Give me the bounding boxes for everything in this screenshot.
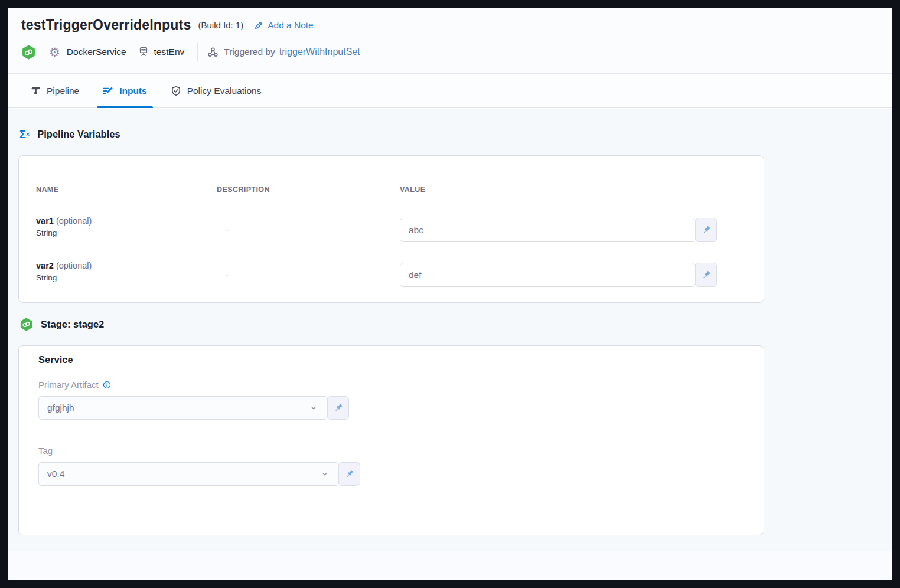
tab-inputs-label: Inputs xyxy=(119,86,147,96)
environment-name: testEnv xyxy=(154,47,185,57)
variable-row-var2: var2 (optional) String xyxy=(36,261,92,282)
tab-policy-evaluations-label: Policy Evaluations xyxy=(187,86,262,96)
pin-icon xyxy=(345,469,354,479)
var1-pin-button[interactable] xyxy=(695,218,717,242)
variable-type: String xyxy=(36,273,92,282)
shield-check-icon xyxy=(171,86,181,96)
trigger-link[interactable]: triggerWithInputSet xyxy=(279,47,360,57)
tag-value: v0.4 xyxy=(47,469,64,479)
footer-strip xyxy=(8,551,892,580)
inputs-tab-content: Σ× Pipeline Variables NAME DESCRIPTION V… xyxy=(8,109,892,551)
chevron-down-icon xyxy=(309,404,318,412)
var1-value-input[interactable] xyxy=(400,218,696,242)
primary-artifact-label: Primary Artifact xyxy=(38,380,111,390)
pipeline-variables-heading: Σ× Pipeline Variables xyxy=(19,129,120,140)
header-divider xyxy=(197,43,198,61)
inputs-icon xyxy=(103,86,113,96)
variable-optional-badge: (optional) xyxy=(56,261,92,270)
trigger-icon xyxy=(207,47,219,58)
pipeline-icon xyxy=(31,86,41,96)
harness-cd-icon xyxy=(21,45,36,60)
app-window: testTriggerOverrideInputs (Build Id: 1) … xyxy=(8,8,892,580)
pin-icon xyxy=(334,403,343,413)
tab-bar: Pipeline Inputs Policy Evaluations xyxy=(8,74,892,108)
add-note-label: Add a Note xyxy=(268,20,314,31)
pin-icon xyxy=(702,270,711,280)
header: testTriggerOverrideInputs (Build Id: 1) … xyxy=(8,8,892,74)
tag-field-group: v0.4 xyxy=(38,462,360,486)
variable-type: String xyxy=(36,228,92,237)
tag-label: Tag xyxy=(38,446,53,456)
tab-policy-evaluations[interactable]: Policy Evaluations xyxy=(168,74,264,107)
environment-icon xyxy=(138,47,149,57)
gear-icon: ⚙ xyxy=(49,46,60,58)
service-name: DockerService xyxy=(67,47,126,57)
primary-artifact-pin-button[interactable] xyxy=(327,396,349,420)
tag-label-text: Tag xyxy=(38,446,53,456)
add-note-button[interactable]: Add a Note xyxy=(254,20,314,31)
chevron-down-icon xyxy=(321,470,329,478)
variables-sigma-icon: Σ× xyxy=(19,129,30,140)
column-header-description: DESCRIPTION xyxy=(217,185,270,194)
variable-description: - xyxy=(226,224,229,234)
service-card: Service Primary Artifact gfgjhjh xyxy=(18,345,764,535)
variable-row-var1: var1 (optional) String xyxy=(36,216,92,237)
build-id: (Build Id: 1) xyxy=(198,20,243,30)
var2-value-input[interactable] xyxy=(400,263,696,287)
page-title: testTriggerOverrideInputs xyxy=(21,17,191,33)
variable-value-group xyxy=(400,263,717,287)
pipeline-variables-title: Pipeline Variables xyxy=(37,129,120,140)
column-header-name: NAME xyxy=(36,185,58,194)
tab-pipeline[interactable]: Pipeline xyxy=(28,74,81,107)
tag-select[interactable]: v0.4 xyxy=(38,462,339,486)
stage-cd-icon xyxy=(19,318,33,331)
variable-optional-badge: (optional) xyxy=(56,216,92,226)
header-title-row: testTriggerOverrideInputs (Build Id: 1) … xyxy=(21,17,314,33)
stage-heading: Stage: stage2 xyxy=(19,318,104,331)
header-meta-row: ⚙ DockerService testEnv Triggered by tri… xyxy=(21,43,360,61)
tab-inputs[interactable]: Inputs xyxy=(100,74,149,107)
variable-name: var1 xyxy=(36,216,54,226)
tab-pipeline-label: Pipeline xyxy=(47,86,79,96)
primary-artifact-field-group: gfgjhjh xyxy=(38,396,349,420)
info-icon[interactable] xyxy=(103,381,111,389)
tag-pin-button[interactable] xyxy=(338,462,360,486)
pencil-icon xyxy=(254,21,263,30)
variable-value-group xyxy=(400,218,717,242)
stage-title: Stage: stage2 xyxy=(41,319,104,330)
service-section-title: Service xyxy=(38,354,73,365)
primary-artifact-value: gfgjhjh xyxy=(47,403,74,413)
variable-description: - xyxy=(226,269,229,279)
primary-artifact-select[interactable]: gfgjhjh xyxy=(38,396,328,420)
triggered-by-label: Triggered by xyxy=(224,47,275,57)
variable-name: var2 xyxy=(36,261,54,270)
pipeline-variables-card: NAME DESCRIPTION VALUE var1 (optional) S… xyxy=(18,155,764,303)
column-header-value: VALUE xyxy=(400,185,425,194)
primary-artifact-label-text: Primary Artifact xyxy=(38,380,99,390)
pin-icon xyxy=(702,226,711,235)
var2-pin-button[interactable] xyxy=(695,263,717,287)
